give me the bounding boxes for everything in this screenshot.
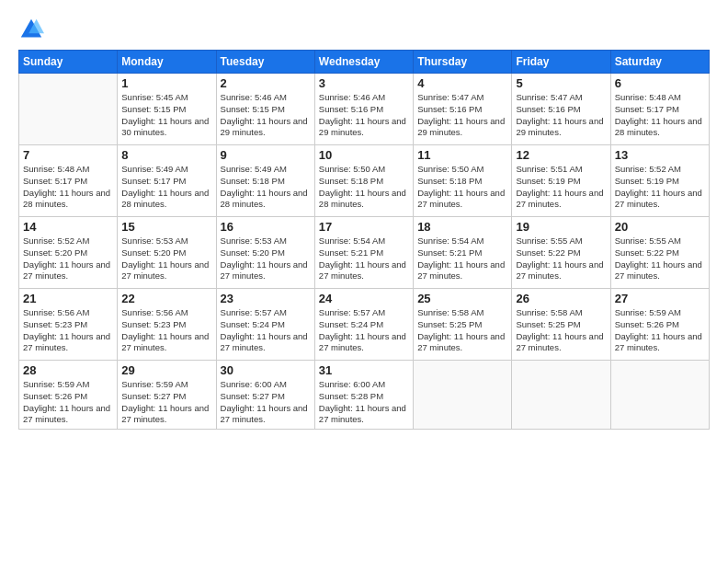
header (18, 17, 710, 42)
day-cell (610, 361, 709, 430)
day-number: 7 (23, 148, 113, 162)
day-number: 16 (221, 220, 311, 234)
calendar-header-row: SundayMondayTuesdayWednesdayThursdayFrid… (19, 51, 710, 74)
day-info: Sunrise: 5:53 AMSunset: 5:20 PMDaylight:… (221, 236, 311, 282)
day-number: 20 (615, 220, 705, 234)
day-info: Sunrise: 5:56 AMSunset: 5:23 PMDaylight:… (121, 307, 211, 354)
day-number: 1 (121, 76, 211, 90)
day-info: Sunrise: 5:56 AMSunset: 5:23 PMDaylight:… (23, 307, 113, 354)
day-number: 31 (319, 363, 409, 377)
day-number: 12 (516, 148, 606, 162)
day-info: Sunrise: 5:52 AMSunset: 5:20 PMDaylight:… (23, 236, 113, 282)
day-cell: 5Sunrise: 5:47 AMSunset: 5:16 PMDaylight… (512, 74, 610, 145)
day-cell: 19Sunrise: 5:55 AMSunset: 5:22 PMDayligh… (512, 217, 610, 289)
day-number: 6 (615, 76, 705, 90)
day-cell: 10Sunrise: 5:50 AMSunset: 5:18 PMDayligh… (314, 145, 413, 217)
day-info: Sunrise: 5:54 AMSunset: 5:21 PMDaylight:… (319, 236, 409, 282)
day-cell: 13Sunrise: 5:52 AMSunset: 5:19 PMDayligh… (610, 145, 709, 217)
day-cell: 27Sunrise: 5:59 AMSunset: 5:26 PMDayligh… (610, 289, 709, 361)
day-number: 21 (23, 292, 113, 305)
day-cell: 1Sunrise: 5:45 AMSunset: 5:15 PMDaylight… (118, 74, 216, 145)
day-number: 9 (221, 148, 311, 162)
day-info: Sunrise: 5:57 AMSunset: 5:24 PMDaylight:… (221, 307, 311, 354)
day-info: Sunrise: 5:52 AMSunset: 5:19 PMDaylight:… (615, 164, 705, 211)
day-cell (414, 361, 512, 430)
day-number: 18 (417, 220, 507, 234)
day-info: Sunrise: 5:58 AMSunset: 5:25 PMDaylight:… (516, 307, 606, 354)
day-cell: 6Sunrise: 5:48 AMSunset: 5:17 PMDaylight… (610, 74, 709, 145)
day-info: Sunrise: 5:48 AMSunset: 5:17 PMDaylight:… (23, 164, 113, 211)
day-number: 24 (319, 292, 409, 305)
logo (18, 17, 46, 42)
day-info: Sunrise: 5:50 AMSunset: 5:18 PMDaylight:… (417, 164, 507, 211)
day-info: Sunrise: 5:55 AMSunset: 5:22 PMDaylight:… (615, 236, 705, 282)
day-cell: 18Sunrise: 5:54 AMSunset: 5:21 PMDayligh… (414, 217, 512, 289)
day-cell: 22Sunrise: 5:56 AMSunset: 5:23 PMDayligh… (118, 289, 216, 361)
day-info: Sunrise: 5:47 AMSunset: 5:16 PMDaylight:… (516, 92, 606, 139)
day-number: 30 (221, 363, 311, 377)
day-header-thursday: Thursday (414, 51, 512, 74)
day-info: Sunrise: 5:48 AMSunset: 5:17 PMDaylight:… (615, 92, 705, 139)
day-cell: 21Sunrise: 5:56 AMSunset: 5:23 PMDayligh… (19, 289, 118, 361)
day-number: 8 (121, 148, 211, 162)
day-info: Sunrise: 5:51 AMSunset: 5:19 PMDaylight:… (516, 164, 606, 211)
day-info: Sunrise: 6:00 AMSunset: 5:27 PMDaylight:… (221, 379, 311, 426)
day-info: Sunrise: 5:57 AMSunset: 5:24 PMDaylight:… (319, 307, 409, 354)
day-header-monday: Monday (118, 51, 216, 74)
day-cell: 31Sunrise: 6:00 AMSunset: 5:28 PMDayligh… (314, 361, 413, 430)
day-info: Sunrise: 5:59 AMSunset: 5:26 PMDaylight:… (615, 307, 705, 354)
day-cell: 23Sunrise: 5:57 AMSunset: 5:24 PMDayligh… (216, 289, 314, 361)
week-row-5: 28Sunrise: 5:59 AMSunset: 5:26 PMDayligh… (19, 361, 710, 430)
day-info: Sunrise: 5:59 AMSunset: 5:26 PMDaylight:… (23, 379, 113, 426)
day-cell: 14Sunrise: 5:52 AMSunset: 5:20 PMDayligh… (19, 217, 118, 289)
day-info: Sunrise: 6:00 AMSunset: 5:28 PMDaylight:… (319, 379, 409, 426)
day-info: Sunrise: 5:46 AMSunset: 5:15 PMDaylight:… (221, 92, 311, 139)
day-cell: 24Sunrise: 5:57 AMSunset: 5:24 PMDayligh… (314, 289, 413, 361)
page: SundayMondayTuesdayWednesdayThursdayFrid… (0, 0, 728, 563)
day-header-friday: Friday (512, 51, 610, 74)
day-number: 27 (615, 292, 705, 305)
day-number: 5 (516, 76, 606, 90)
day-info: Sunrise: 5:47 AMSunset: 5:16 PMDaylight:… (417, 92, 507, 139)
day-cell: 15Sunrise: 5:53 AMSunset: 5:20 PMDayligh… (118, 217, 216, 289)
day-header-wednesday: Wednesday (314, 51, 413, 74)
day-cell: 26Sunrise: 5:58 AMSunset: 5:25 PMDayligh… (512, 289, 610, 361)
day-cell: 12Sunrise: 5:51 AMSunset: 5:19 PMDayligh… (512, 145, 610, 217)
day-header-saturday: Saturday (610, 51, 709, 74)
day-number: 29 (121, 363, 211, 377)
day-cell: 28Sunrise: 5:59 AMSunset: 5:26 PMDayligh… (19, 361, 118, 430)
day-number: 22 (121, 292, 211, 305)
day-number: 3 (319, 76, 409, 90)
day-info: Sunrise: 5:54 AMSunset: 5:21 PMDaylight:… (417, 236, 507, 282)
day-cell (19, 74, 118, 145)
day-cell: 4Sunrise: 5:47 AMSunset: 5:16 PMDaylight… (414, 74, 512, 145)
day-cell: 20Sunrise: 5:55 AMSunset: 5:22 PMDayligh… (610, 217, 709, 289)
week-row-2: 7Sunrise: 5:48 AMSunset: 5:17 PMDaylight… (19, 145, 710, 217)
day-cell: 8Sunrise: 5:49 AMSunset: 5:17 PMDaylight… (118, 145, 216, 217)
day-info: Sunrise: 5:59 AMSunset: 5:27 PMDaylight:… (121, 379, 211, 426)
day-cell: 25Sunrise: 5:58 AMSunset: 5:25 PMDayligh… (414, 289, 512, 361)
day-number: 14 (23, 220, 113, 234)
week-row-4: 21Sunrise: 5:56 AMSunset: 5:23 PMDayligh… (19, 289, 710, 361)
day-number: 10 (319, 148, 409, 162)
day-number: 15 (121, 220, 211, 234)
day-number: 13 (615, 148, 705, 162)
day-header-sunday: Sunday (19, 51, 118, 74)
day-info: Sunrise: 5:49 AMSunset: 5:17 PMDaylight:… (121, 164, 211, 211)
day-info: Sunrise: 5:49 AMSunset: 5:18 PMDaylight:… (221, 164, 311, 211)
day-number: 17 (319, 220, 409, 234)
day-number: 2 (221, 76, 311, 90)
week-row-3: 14Sunrise: 5:52 AMSunset: 5:20 PMDayligh… (19, 217, 710, 289)
day-cell: 11Sunrise: 5:50 AMSunset: 5:18 PMDayligh… (414, 145, 512, 217)
day-number: 4 (417, 76, 507, 90)
day-cell: 3Sunrise: 5:46 AMSunset: 5:16 PMDaylight… (314, 74, 413, 145)
day-number: 28 (23, 363, 113, 377)
day-info: Sunrise: 5:53 AMSunset: 5:20 PMDaylight:… (121, 236, 211, 282)
day-number: 19 (516, 220, 606, 234)
day-info: Sunrise: 5:55 AMSunset: 5:22 PMDaylight:… (516, 236, 606, 282)
day-info: Sunrise: 5:46 AMSunset: 5:16 PMDaylight:… (319, 92, 409, 139)
day-number: 23 (221, 292, 311, 305)
day-cell: 29Sunrise: 5:59 AMSunset: 5:27 PMDayligh… (118, 361, 216, 430)
logo-icon (18, 17, 44, 42)
week-row-1: 1Sunrise: 5:45 AMSunset: 5:15 PMDaylight… (19, 74, 710, 145)
